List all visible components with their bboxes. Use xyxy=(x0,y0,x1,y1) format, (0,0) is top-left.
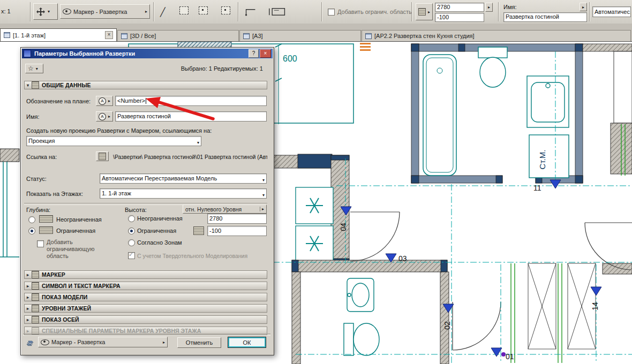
bounding-area-checkbox[interactable] xyxy=(37,240,44,247)
tab-floor-plan[interactable]: [1. 1-й этаж] × xyxy=(0,28,117,41)
axis-label-03: 03 xyxy=(398,254,407,263)
cancel-button-label: Отменить xyxy=(186,339,213,346)
height-value-field[interactable]: 2780 xyxy=(207,214,267,224)
section-story-levels[interactable]: ▸ УРОВНИ ЭТАЖЕЙ xyxy=(24,304,267,313)
plan-extent-button[interactable] xyxy=(266,4,289,19)
extent-rect-icon xyxy=(268,6,287,18)
dashed-rect-dot-icon xyxy=(199,6,208,14)
levels-icon xyxy=(193,226,204,235)
cancel-button[interactable]: Отменить xyxy=(177,337,221,348)
solid-modeling-checkbox[interactable] xyxy=(128,252,135,259)
height-limited-radio[interactable] xyxy=(128,228,135,234)
section-grid-display-label: ПОКАЗ ОСЕЙ xyxy=(42,316,79,323)
3d-tab-icon xyxy=(121,33,127,39)
dimension-tool-button[interactable] xyxy=(242,5,259,18)
depth-limited-label: Ограниченная xyxy=(56,228,95,234)
washing-machine: Ст.М. xyxy=(529,135,569,178)
status-label: Статус: xyxy=(26,176,47,182)
ok-button[interactable]: ОК xyxy=(228,337,266,348)
link-browse-button[interactable] xyxy=(96,151,109,161)
selection-style-button[interactable] xyxy=(177,6,191,15)
height-unlimited-label: Неограниченная xyxy=(137,215,183,222)
dialog-titlebar[interactable]: Параметры Выбранной Развертки ? × xyxy=(22,49,273,58)
add-region-checkbox[interactable] xyxy=(328,9,335,16)
axis-label-14: 14 xyxy=(591,302,599,310)
create-hint: Создать новую проекцию Развертки с Марке… xyxy=(26,127,212,134)
height-top-field[interactable]: 2780 xyxy=(435,3,484,12)
section-marker-symbol[interactable]: ▸ СИМВОЛ И ТЕКСТ МАРКЕРА xyxy=(24,282,267,290)
line-tool-icon[interactable]: ╱ xyxy=(157,5,171,18)
section-model-display[interactable]: ▸ ПОКАЗ МОДЕЛИ xyxy=(24,293,267,301)
story-section-icon xyxy=(32,305,39,312)
splitter-handle[interactable] xyxy=(360,43,371,51)
dialog-title: Параметры Выбранной Развертки xyxy=(34,50,135,57)
marquee-style-button[interactable] xyxy=(196,6,210,15)
marker-type-label: Маркер - Развертка xyxy=(73,9,127,15)
axis-label-11: 11 xyxy=(533,184,541,192)
tab-elevation-kitchen-label: [АР2.2 Развертка стен Кухня студия] xyxy=(374,33,475,39)
move-tool-button[interactable]: ▾ xyxy=(33,3,58,20)
tab-close-icon[interactable]: × xyxy=(105,31,113,39)
depth-label: Глубина: xyxy=(26,207,50,213)
autotext-a-icon: A xyxy=(99,97,106,105)
designation-autotext-button[interactable]: A▸ xyxy=(96,96,113,106)
tab-layout-a3[interactable]: [А3] xyxy=(239,30,361,41)
height-bottom-field[interactable]: -100 xyxy=(435,13,484,22)
layers-button[interactable] xyxy=(24,337,37,348)
status-value: Автоматически Перестраиваемая Модель xyxy=(102,175,217,181)
designation-field[interactable]: <Number> xyxy=(115,96,267,106)
depth-limited-radio[interactable] xyxy=(28,228,35,234)
name-options-button[interactable]: ▸ xyxy=(580,3,587,11)
footer-marker-label: Маркер - Развертка xyxy=(51,339,105,345)
ok-button-label: ОК xyxy=(243,339,251,346)
status-dropdown[interactable]: Автоматически Перестраиваемая Модель▾ xyxy=(100,173,267,184)
view-tabbar: [1. 1-й этаж] × [3D / Все] [А3] [АР2.2 Р… xyxy=(0,24,632,42)
close-button[interactable]: × xyxy=(260,49,271,58)
height-label: Высота: xyxy=(125,207,147,213)
add-region-label: Добавить огранич. область xyxy=(337,9,412,15)
region-style-button[interactable] xyxy=(219,6,233,15)
name-autotext-button[interactable]: A▸ xyxy=(96,111,113,122)
section-model-display-label: ПОКАЗ МОДЕЛИ xyxy=(42,294,87,300)
layout-tab-icon xyxy=(243,33,250,39)
section-marker-label: МАРКЕР xyxy=(42,271,65,278)
dotted-region-icon xyxy=(221,6,230,14)
selection-info: Выбрано: 1 Редактируемых: 1 xyxy=(128,65,263,72)
datum-reference-label: отн. Нулевого Уровня xyxy=(185,206,242,213)
section-marker[interactable]: ▸ МАРКЕР xyxy=(24,270,267,279)
layers-icon xyxy=(27,338,34,347)
height-unlimited-radio[interactable] xyxy=(128,215,135,222)
favorites-button[interactable]: ☆▾ xyxy=(25,64,43,73)
footer-marker-dropdown[interactable]: Маркер - Развертка ▸ xyxy=(38,337,168,347)
corner-dimension-icon xyxy=(245,7,257,17)
axis-label-02: 02 xyxy=(443,321,452,330)
name-field[interactable]: Развертка гостиной xyxy=(503,12,587,22)
name-label: Имя: xyxy=(503,4,516,10)
depth-unlimited-label: Неограниченная xyxy=(56,216,102,223)
help-button[interactable]: ? xyxy=(249,49,259,58)
height-top-stepper[interactable]: ▸ xyxy=(485,3,493,12)
height-zones-radio[interactable] xyxy=(128,239,135,246)
dialog-app-icon xyxy=(24,50,31,57)
floors-label: Показать на Этажах: xyxy=(26,191,83,197)
dlg-name-label: Имя: xyxy=(26,113,39,120)
floors-dropdown[interactable]: 1. 1-й этаж▾ xyxy=(100,188,267,199)
tab-3d-label: [3D / Все] xyxy=(130,33,156,39)
tab-elevation-kitchen[interactable]: [АР2.2 Развертка стен Кухня студия] xyxy=(362,30,631,41)
section-grid-display[interactable]: ▸ ПОКАЗ ОСЕЙ xyxy=(24,315,267,324)
marker-type-dropdown[interactable]: Маркер - Развертка ▸ xyxy=(60,4,150,19)
marker-head-button[interactable]: ▸ xyxy=(416,3,433,20)
section-general-data[interactable]: ▾ ОБЩИЕ ДАННЫЕ xyxy=(24,81,267,89)
projection-dropdown[interactable]: Проекция▾ xyxy=(26,136,201,146)
offset-value-field[interactable]: -100 xyxy=(207,226,267,236)
link-icon xyxy=(99,153,106,160)
tab-3d[interactable]: [3D / Все] xyxy=(117,30,239,41)
top-toolbar: х: 1 ▾ Маркер - Развертка ▸ ╱ Добавить о… xyxy=(0,0,632,24)
general-data-icon xyxy=(32,81,39,89)
section-marker-symbol-label: СИМВОЛ И ТЕКСТ МАРКЕРА xyxy=(42,283,121,289)
depth-unlimited-radio[interactable] xyxy=(28,216,35,223)
toolbar-left-label: х: 1 xyxy=(1,8,11,14)
datum-reference-button[interactable]: отн. Нулевого Уровня▸ xyxy=(183,204,267,214)
status-field[interactable]: Автоматичес... xyxy=(592,6,631,17)
dlg-name-field[interactable]: Развертка гостиной xyxy=(115,111,267,122)
